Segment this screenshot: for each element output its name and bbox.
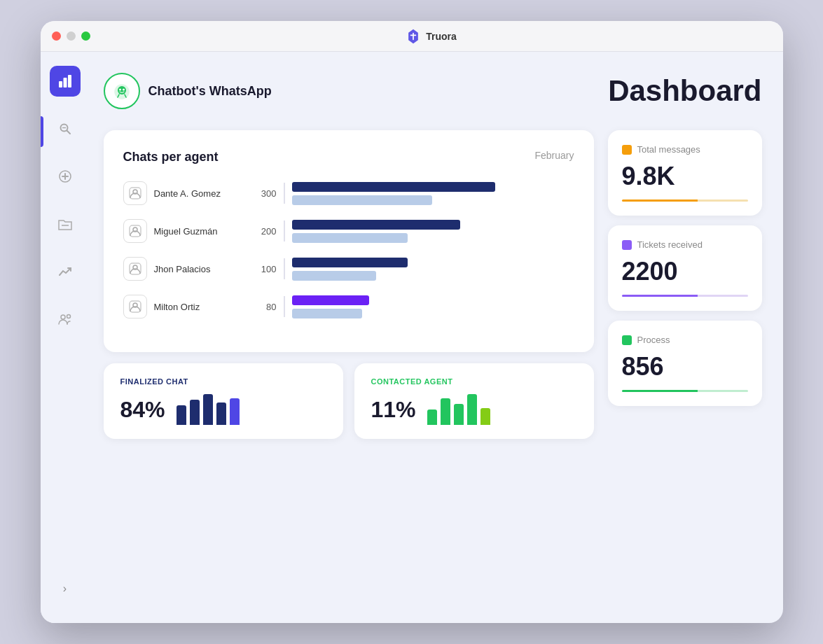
page-title: Dashboard [608,74,761,108]
metric-card-total-messages: Total messages 9.8K [608,130,762,216]
metric-header-process: Process [622,335,748,345]
metric-card-process: Process 856 [608,321,762,406]
sidebar-expand-button[interactable]: › [63,582,67,595]
agent-name-1: Miguel Guzmán [154,226,245,237]
truora-logo-icon [405,28,422,45]
bar-dark-2 [292,258,408,267]
left-panel: Chats per agent February [104,130,594,439]
metric-line-process [622,390,748,392]
bars-container-2 [292,258,574,281]
chatbot-brand-name: Chatbot's WhatsApp [148,84,272,99]
finalized-value: 84% [120,397,165,423]
metric-header-tickets-received: Tickets received [622,239,748,250]
svg-point-14 [119,89,121,91]
bar-separator-3 [284,296,285,317]
chatbot-brand: Chatbot's WhatsApp [104,73,272,109]
sidebar-item-folder[interactable] [50,209,81,239]
finalized-bars [177,394,240,425]
agent-name-2: Jhon Palacios [154,264,245,274]
agent-avatar-3 [123,295,147,318]
contacted-value: 11% [371,397,416,423]
metric-value-total-messages: 9.8K [622,162,748,191]
bar-purple-3 [292,295,369,305]
sidebar-item-analytics[interactable] [50,256,81,287]
finalized-label: FINALIZED CHAT [120,377,326,386]
agent-name-3: Milton Ortiz [154,302,245,312]
contacted-bar-2 [454,404,464,425]
right-panel: Total messages 9.8K Tickets received 220… [608,130,762,406]
bars-container-1 [292,220,574,243]
agent-row: Dante A. Gomez 300 [123,181,574,205]
browser-title: Truora [90,28,772,45]
chart-header: Chats per agent February [123,150,574,164]
sidebar: › [41,52,90,623]
agent-value-3: 80 [252,302,277,312]
metric-header-total-messages: Total messages [622,144,748,155]
svg-line-4 [67,131,70,134]
finalized-bar-2 [203,394,213,425]
svg-point-13 [118,86,126,94]
contacted-bar-4 [480,408,490,425]
metric-label-total-messages: Total messages [637,144,700,155]
svg-rect-2 [68,75,71,88]
metric-line-tickets-received [622,295,748,297]
browser-window: Truora [41,21,783,623]
dot-yellow[interactable] [67,31,76,41]
chart-period: February [534,150,574,161]
chatbot-icon [104,73,140,109]
chart-card: Chats per agent February [104,130,594,352]
svg-point-15 [123,89,125,91]
sidebar-item-chart[interactable] [50,66,81,97]
metric-card-tickets-received: Tickets received 2200 [608,225,762,311]
bar-light-0 [292,195,432,205]
browser-titlebar: Truora [41,21,783,52]
finalized-chat-card: FINALIZED CHAT 84% [104,363,343,439]
metric-icon-orange [622,145,632,155]
agent-row-2: Jhon Palacios 100 [123,257,574,281]
page-header: Chatbot's WhatsApp Dashboard [104,73,762,109]
metric-value-process: 856 [622,352,748,382]
browser-dots [52,31,90,41]
contacted-bar-3 [467,394,477,425]
bar-separator-1 [284,220,285,241]
contacted-content: 11% [371,394,577,425]
agent-avatar-0 [123,181,147,205]
main-content: Chatbot's WhatsApp Dashboard Chats per a… [90,52,783,623]
sidebar-active-indicator [41,116,43,147]
sidebar-item-add[interactable] [50,161,81,192]
agent-value-2: 100 [252,264,277,274]
bar-light-2 [292,271,376,281]
app-title: Truora [426,31,457,42]
dashboard-grid: Chats per agent February [104,130,762,439]
contacted-bar-0 [427,410,437,425]
metric-value-tickets-received: 2200 [622,257,748,286]
sidebar-item-search[interactable] [50,113,81,144]
metric-label-tickets-received: Tickets received [637,239,703,250]
dot-green[interactable] [81,31,90,41]
finalized-bar-4 [230,398,240,425]
svg-rect-0 [59,81,62,88]
finalized-content: 84% [120,394,326,425]
bars-container-0 [292,182,574,205]
browser-body: › [41,52,783,623]
contacted-agent-card: CONTACTED AGENT 11% [354,363,594,439]
finalized-bar-0 [177,405,186,425]
bar-dark-0 [292,182,495,192]
bar-separator-0 [284,183,285,204]
sidebar-item-users[interactable] [50,304,81,335]
contacted-bar-1 [441,398,450,425]
metric-label-process: Process [637,335,670,345]
agent-row-3: Milton Ortiz 80 [123,295,574,318]
agent-avatar-2 [123,257,147,281]
metric-line-total-messages [622,200,748,202]
metric-icon-green [622,335,632,345]
finalized-bar-3 [216,402,226,425]
agent-value-0: 300 [252,188,277,199]
bar-light-3 [292,309,362,318]
svg-point-11 [67,315,70,318]
svg-rect-1 [63,78,67,88]
bar-separator-2 [284,258,285,279]
dot-red[interactable] [52,31,61,41]
contacted-bars [427,394,490,425]
agent-row-1: Miguel Guzmán 200 [123,219,574,243]
